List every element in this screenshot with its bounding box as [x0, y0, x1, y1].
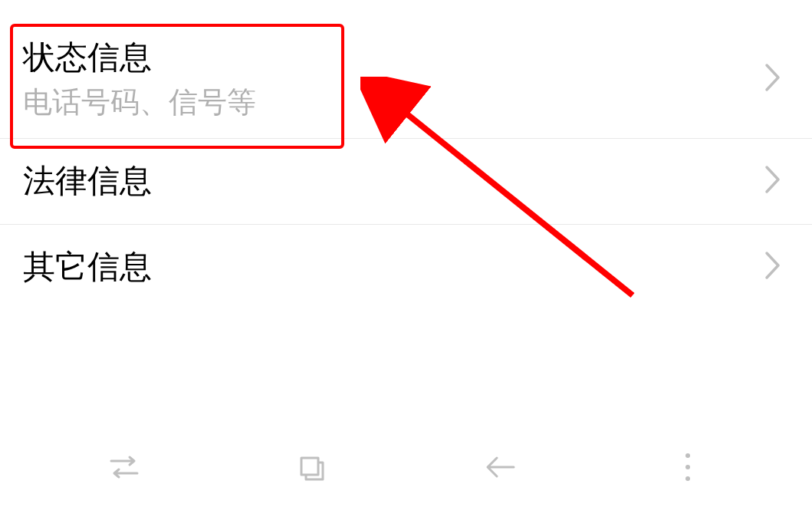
item-title: 法律信息 — [23, 160, 152, 202]
item-title: 状态信息 — [23, 37, 256, 79]
item-text-block: 法律信息 — [23, 160, 152, 202]
item-subtitle: 电话号码、信号等 — [23, 84, 256, 121]
settings-list: 状态信息 电话号码、信号等 法律信息 其它信息 — [0, 0, 812, 309]
home-button[interactable] — [289, 444, 335, 490]
other-info-item[interactable]: 其它信息 — [0, 225, 812, 310]
navigation-bar — [0, 426, 812, 507]
chevron-right-icon — [764, 165, 781, 197]
chevron-right-icon — [764, 63, 781, 95]
back-button[interactable] — [477, 444, 523, 490]
svg-point-2 — [685, 453, 690, 458]
svg-point-4 — [685, 476, 690, 481]
item-text-block: 其它信息 — [23, 246, 152, 288]
status-info-item[interactable]: 状态信息 电话号码、信号等 — [0, 23, 812, 139]
item-text-block: 状态信息 电话号码、信号等 — [23, 37, 256, 121]
recent-apps-button[interactable] — [101, 444, 147, 490]
menu-button[interactable] — [665, 444, 711, 490]
item-title: 其它信息 — [23, 246, 152, 288]
chevron-right-icon — [764, 251, 781, 283]
legal-info-item[interactable]: 法律信息 — [0, 139, 812, 225]
svg-point-3 — [685, 465, 690, 469]
